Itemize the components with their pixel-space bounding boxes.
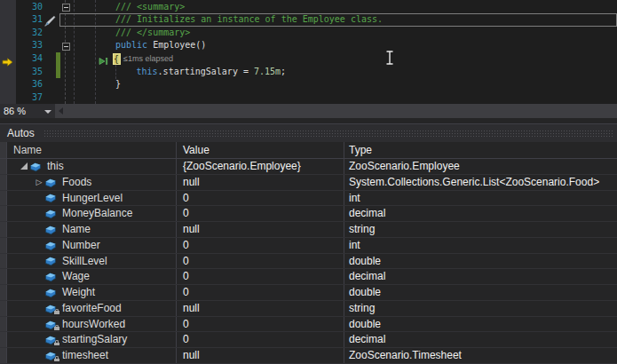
- code-line-30[interactable]: /// <summary>: [115, 1, 185, 14]
- cell-value[interactable]: 0: [177, 332, 344, 347]
- zoom-level-dropdown[interactable]: 86 %: [0, 104, 55, 118]
- variable-name: this: [47, 159, 64, 174]
- code-line-31[interactable]: /// Initializes an instance of the Emplo…: [115, 13, 383, 27]
- grid-gutter: [0, 301, 7, 316]
- autos-row-Weight[interactable]: Weight0double: [0, 285, 617, 301]
- cell-type[interactable]: string: [344, 301, 617, 316]
- autos-rows: this{ZooScenario.Employee}ZooScenario.Em…: [0, 159, 617, 364]
- line-number: 35: [16, 66, 43, 79]
- fold-collapse-box[interactable]: [62, 43, 70, 51]
- cell-value[interactable]: null: [177, 222, 344, 237]
- cell-name[interactable]: hoursWorked: [7, 317, 177, 332]
- autos-row-timesheet[interactable]: timesheetnullZooScenario.Timesheet: [0, 348, 617, 364]
- cell-value[interactable]: 0: [177, 269, 344, 284]
- variable-name: favoriteFood: [62, 301, 122, 316]
- vs-debug-screen: 30 31 32 33 34 35 36 37 /// <summary> //…: [0, 0, 617, 364]
- variable-name: HungerLevel: [62, 191, 123, 206]
- autos-row-Name[interactable]: Namenullstring: [0, 222, 617, 238]
- autos-row-this[interactable]: this{ZooScenario.Employee}ZooScenario.Em…: [0, 159, 617, 175]
- grid-gutter: [0, 175, 7, 190]
- semicolon: ;: [281, 67, 286, 76]
- code-line-36[interactable]: }: [115, 78, 121, 91]
- cell-name[interactable]: SkillLevel: [7, 254, 177, 269]
- cell-name[interactable]: Weight: [7, 285, 177, 300]
- cell-value[interactable]: null: [177, 301, 344, 316]
- cell-value[interactable]: 0: [177, 254, 344, 269]
- cell-value[interactable]: null: [177, 175, 344, 190]
- autos-row-Wage[interactable]: Wage0decimal: [0, 269, 617, 285]
- zoom-level-value: 86 %: [4, 106, 26, 116]
- autos-row-favoriteFood[interactable]: favoriteFoodnullstring: [0, 301, 617, 317]
- cell-value[interactable]: 0: [177, 206, 344, 221]
- variable-name: MoneyBalance: [62, 206, 132, 221]
- cell-name[interactable]: startingSalary: [7, 332, 177, 347]
- lock-icon: [54, 341, 59, 345]
- editor-scrollbar-row[interactable]: 86 %: [0, 104, 617, 118]
- fold-collapse-box[interactable]: [62, 4, 70, 12]
- autos-title-bar[interactable]: Autos: [0, 123, 617, 142]
- cell-type[interactable]: decimal: [344, 269, 617, 284]
- variable-name: SkillLevel: [62, 254, 107, 269]
- cell-type[interactable]: decimal: [344, 332, 617, 347]
- autos-row-startingSalary[interactable]: startingSalary0decimal: [0, 332, 617, 348]
- column-header-type[interactable]: Type: [344, 142, 617, 158]
- cell-type[interactable]: int: [344, 238, 617, 253]
- expander-expanded-icon[interactable]: [20, 162, 28, 170]
- cell-type[interactable]: System.Collections.Generic.List<ZooScena…: [344, 175, 617, 190]
- variable-name: Weight: [62, 285, 95, 300]
- cell-type[interactable]: double: [344, 285, 617, 300]
- cell-name[interactable]: Number: [7, 238, 177, 253]
- autos-row-Foods[interactable]: ▷FoodsnullSystem.Collections.Generic.Lis…: [0, 175, 617, 191]
- variable-name: Foods: [62, 175, 91, 190]
- cell-name[interactable]: timesheet: [7, 348, 177, 363]
- cell-name[interactable]: ▷Foods: [7, 175, 177, 190]
- scroll-left-arrow-icon[interactable]: [59, 107, 63, 115]
- autos-row-hoursWorked[interactable]: hoursWorked0double: [0, 317, 617, 333]
- cell-name[interactable]: Wage: [7, 269, 177, 284]
- property-icon: [44, 256, 59, 265]
- grid-gutter: [0, 285, 7, 300]
- run-to-click-icon[interactable]: [99, 53, 108, 69]
- cell-value[interactable]: 0: [177, 191, 344, 206]
- cell-value[interactable]: {ZooScenario.Employee}: [177, 159, 344, 174]
- grid-gutter: [0, 222, 7, 237]
- cell-name[interactable]: HungerLevel: [7, 191, 177, 206]
- expander-slot: [19, 162, 29, 170]
- cell-type[interactable]: decimal: [344, 206, 617, 221]
- perf-tip[interactable]: ≤1ms elapsed: [123, 54, 173, 63]
- cell-name[interactable]: favoriteFood: [7, 301, 177, 316]
- cell-type[interactable]: ZooScenario.Timesheet: [344, 348, 617, 363]
- code-line-33[interactable]: public Employee(): [115, 39, 206, 52]
- private-field-icon: [44, 320, 59, 329]
- cell-type[interactable]: int: [344, 191, 617, 206]
- column-header-name[interactable]: Name: [7, 142, 177, 158]
- code-line-35[interactable]: this.startingSalary = 7.15m;: [137, 66, 287, 79]
- grid-gutter: [0, 317, 7, 332]
- cell-type[interactable]: double: [344, 254, 617, 269]
- cell-name[interactable]: Name: [7, 222, 177, 237]
- line-number: 33: [16, 39, 43, 52]
- autos-row-Number[interactable]: Number0int: [0, 238, 617, 254]
- autos-row-HungerLevel[interactable]: HungerLevel0int: [0, 191, 617, 207]
- code-editor[interactable]: 30 31 32 33 34 35 36 37 /// <summary> //…: [0, 0, 617, 104]
- current-statement-brace[interactable]: {: [113, 53, 121, 66]
- autos-row-MoneyBalance[interactable]: MoneyBalance0decimal: [0, 206, 617, 222]
- cell-type[interactable]: double: [344, 317, 617, 332]
- grid-gutter: [0, 191, 7, 206]
- column-header-value[interactable]: Value: [177, 142, 344, 158]
- cell-value[interactable]: null: [177, 348, 344, 363]
- cell-value[interactable]: 0: [177, 317, 344, 332]
- property-icon: [44, 288, 59, 297]
- cell-type[interactable]: ZooScenario.Employee: [344, 159, 617, 174]
- cell-value[interactable]: 0: [177, 238, 344, 253]
- autos-row-SkillLevel[interactable]: SkillLevel0double: [0, 254, 617, 270]
- keyword-public: public: [115, 40, 147, 50]
- cell-type[interactable]: string: [344, 222, 617, 237]
- cell-name[interactable]: MoneyBalance: [7, 206, 177, 221]
- cell-name[interactable]: this: [7, 159, 177, 174]
- expander-collapsed-icon[interactable]: ▷: [36, 175, 43, 190]
- breakpoint-margin[interactable]: [0, 0, 16, 104]
- code-line-32[interactable]: /// </summary>: [115, 27, 190, 40]
- lock-icon: [54, 357, 59, 361]
- cell-value[interactable]: 0: [177, 285, 344, 300]
